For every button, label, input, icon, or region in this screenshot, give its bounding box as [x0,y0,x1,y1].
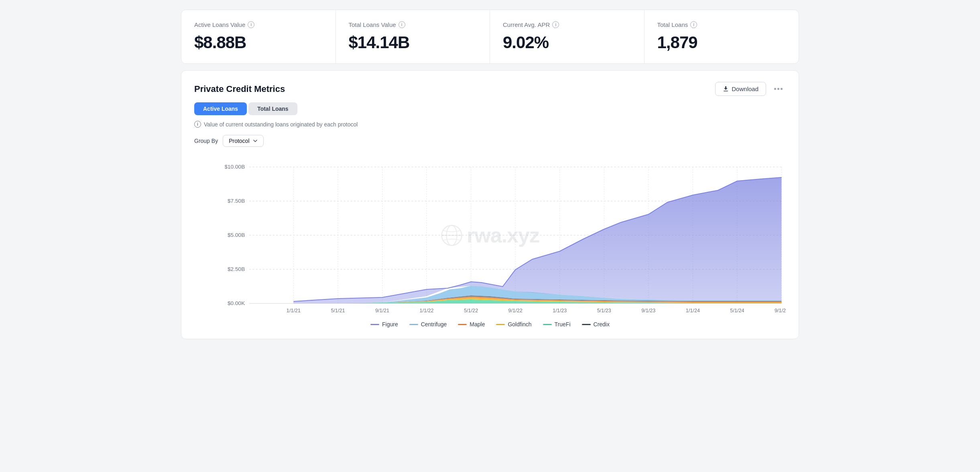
legend-row: Figure Centrifuge Maple Goldfinch TrueFi [194,321,786,328]
download-label: Download [732,85,758,92]
group-by-select[interactable]: Protocol [223,135,263,147]
stat-label-text: Current Avg. APR [503,21,550,28]
dot-2 [777,88,779,90]
svg-text:1/1/22: 1/1/22 [420,308,434,313]
info-icon-chart: i [194,121,201,128]
legend-dot-truefi [543,324,552,325]
legend-label-maple: Maple [470,321,485,328]
svg-text:5/1/22: 5/1/22 [464,308,478,313]
svg-text:$0.00K: $0.00K [228,300,245,306]
tab-row: Active Loans Total Loans [194,102,786,115]
svg-text:5/1/24: 5/1/24 [730,308,744,313]
legend-dot-maple [458,324,467,325]
info-icon-active-loans[interactable]: i [248,21,254,28]
legend-item-goldfinch: Goldfinch [496,321,531,328]
stat-label-total-loans-value: Total Loans Value i [349,21,477,28]
group-by-row: Group By Protocol [194,135,786,147]
svg-text:5/1/23: 5/1/23 [597,308,611,313]
legend-dot-credix [582,324,591,325]
info-text: Value of current outstanding loans origi… [204,121,358,128]
stat-value-total-loans-value: $14.14B [349,33,477,52]
legend-label-figure: Figure [382,321,398,328]
stat-label-text: Total Loans Value [349,21,396,28]
info-icon-total-loans-value[interactable]: i [399,21,405,28]
info-icon-total-loans[interactable]: i [690,21,697,28]
chart-svg-container: rwa.xyz [194,155,786,315]
group-by-label: Group By [194,138,218,144]
chevron-down-icon [253,138,258,143]
chart-area: rwa.xyz [194,155,786,328]
svg-text:$5.00B: $5.00B [228,232,245,238]
tab-active-loans[interactable]: Active Loans [194,102,247,115]
svg-text:$2.50B: $2.50B [228,266,245,272]
dot-1 [774,88,776,90]
tab-total-loans[interactable]: Total Loans [248,102,297,115]
stat-label-avg-apr: Current Avg. APR i [503,21,631,28]
legend-dot-figure [370,324,379,325]
svg-text:1/1/23: 1/1/23 [553,308,567,313]
svg-text:1/1/24: 1/1/24 [686,308,700,313]
legend-dot-centrifuge [409,324,418,325]
svg-rect-0 [724,91,728,92]
svg-text:9/1/24: 9/1/24 [775,308,786,313]
svg-text:9/1/23: 9/1/23 [641,308,655,313]
chart-svg: $10.00B $7.50B $5.00B $2.50B $0.00K 1/1/… [194,155,786,315]
stat-label-active-loans: Active Loans Value i [194,21,323,28]
stat-value-active-loans: $8.88B [194,33,323,52]
svg-text:9/1/21: 9/1/21 [375,308,389,313]
svg-text:5/1/21: 5/1/21 [331,308,345,313]
stat-card-total-loans: Total Loans i 1,879 [645,10,799,63]
stat-card-total-loans-value: Total Loans Value i $14.14B [336,10,490,63]
svg-text:9/1/22: 9/1/22 [508,308,523,313]
stat-value-total-loans: 1,879 [657,33,786,52]
download-button[interactable]: Download [715,82,766,96]
svg-marker-43 [293,177,781,303]
stats-row: Active Loans Value i $8.88B Total Loans … [181,10,799,64]
legend-item-maple: Maple [458,321,485,328]
legend-label-truefi: TrueFi [555,321,571,328]
chart-header: Private Credit Metrics Download [194,82,786,96]
legend-label-centrifuge: Centrifuge [421,321,447,328]
stat-card-avg-apr: Current Avg. APR i 9.02% [490,10,645,63]
stat-label-text: Total Loans [657,21,688,28]
more-options-button[interactable] [771,86,786,92]
chart-actions: Download [715,82,786,96]
info-icon-avg-apr[interactable]: i [552,21,559,28]
legend-dot-goldfinch [496,324,505,325]
svg-text:$7.50B: $7.50B [228,198,245,204]
dot-3 [781,88,783,90]
legend-item-credix: Credix [582,321,610,328]
info-row: i Value of current outstanding loans ori… [194,121,786,128]
legend-label-credix: Credix [594,321,610,328]
stat-label-text: Active Loans Value [194,21,245,28]
legend-item-centrifuge: Centrifuge [409,321,447,328]
legend-item-truefi: TrueFi [543,321,571,328]
legend-label-goldfinch: Goldfinch [508,321,531,328]
download-icon [723,86,729,92]
svg-text:$10.00B: $10.00B [224,164,245,170]
stat-value-avg-apr: 9.02% [503,33,631,52]
chart-card: Private Credit Metrics Download Activ [181,70,799,339]
legend-item-figure: Figure [370,321,398,328]
stat-label-total-loans: Total Loans i [657,21,786,28]
page-container: Active Loans Value i $8.88B Total Loans … [181,10,799,339]
svg-text:1/1/21: 1/1/21 [287,308,301,313]
stat-card-active-loans-value: Active Loans Value i $8.88B [181,10,336,63]
group-by-value: Protocol [229,138,249,144]
chart-title: Private Credit Metrics [194,84,285,94]
